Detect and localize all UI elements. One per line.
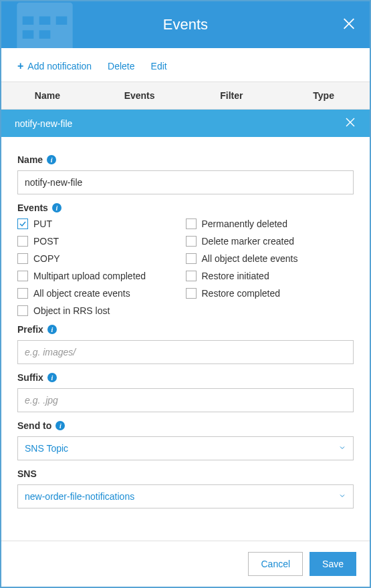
checkbox-label: Restore completed xyxy=(202,288,281,299)
checkbox-label: Object in RRS lost xyxy=(33,305,110,316)
save-button[interactable]: Save xyxy=(310,552,356,576)
checkbox-label: COPY xyxy=(33,253,60,264)
checkbox-item[interactable]: Multipart upload completed xyxy=(17,271,186,281)
sns-label: SNS xyxy=(17,468,354,479)
cancel-button[interactable]: Cancel xyxy=(248,552,303,576)
th-type: Type xyxy=(277,82,370,109)
sns-select[interactable]: new-order-file-notifications xyxy=(17,484,354,508)
checkbox-item[interactable]: COPY xyxy=(17,253,186,264)
add-notification-button[interactable]: + Add notification xyxy=(17,60,92,72)
chevron-down-icon xyxy=(338,443,346,454)
checkbox-item[interactable]: Restore completed xyxy=(186,288,354,299)
calendar-bg-icon xyxy=(1,1,95,48)
svg-rect-5 xyxy=(39,30,51,39)
send-to-value: SNS Topic xyxy=(25,443,68,454)
suffix-input[interactable] xyxy=(17,388,354,412)
checkbox-label: All object create events xyxy=(33,288,130,299)
checkbox[interactable] xyxy=(17,288,28,299)
prefix-label: Prefix i xyxy=(17,324,354,335)
svg-rect-2 xyxy=(39,17,51,25)
checkbox-label: Permanently deleted xyxy=(202,218,287,229)
svg-rect-4 xyxy=(23,30,34,39)
checkbox-label: PUT xyxy=(33,218,52,229)
svg-rect-3 xyxy=(56,17,68,25)
table-header: Name Events Filter Type xyxy=(1,82,370,110)
modal-footer: Cancel Save xyxy=(1,541,370,587)
delete-label: Delete xyxy=(108,61,134,71)
checkbox-label: Multipart upload completed xyxy=(33,271,146,281)
checkbox-item[interactable]: All object delete events xyxy=(186,253,354,264)
sns-value: new-order-file-notifications xyxy=(25,491,134,502)
events-col-left: PUTPOSTCOPYMultipart upload completedAll… xyxy=(17,218,186,316)
row-close-icon[interactable] xyxy=(344,116,356,130)
send-to-select[interactable]: SNS Topic xyxy=(17,436,354,460)
checkbox[interactable] xyxy=(186,236,197,247)
modal-title: Events xyxy=(163,16,208,33)
close-icon[interactable] xyxy=(342,17,356,33)
checkbox[interactable] xyxy=(17,236,28,247)
th-events: Events xyxy=(94,82,186,109)
checkbox[interactable] xyxy=(17,271,28,281)
selected-row[interactable]: notify-new-file xyxy=(1,110,370,137)
info-icon[interactable]: i xyxy=(47,373,57,382)
send-to-label: Send to i xyxy=(17,420,354,431)
suffix-label: Suffix i xyxy=(17,372,354,383)
checkbox-label: Restore initiated xyxy=(202,271,269,281)
checkbox-item[interactable]: Permanently deleted xyxy=(186,218,354,229)
checkbox-label: POST xyxy=(33,236,59,247)
name-input[interactable] xyxy=(17,170,354,194)
info-icon[interactable]: i xyxy=(52,203,61,212)
modal-header: Events xyxy=(1,1,370,48)
th-name: Name xyxy=(1,82,94,109)
info-icon[interactable]: i xyxy=(55,421,65,430)
form: Name i Events i PUTPOSTCOPYMultipart upl… xyxy=(1,137,370,508)
checkbox[interactable] xyxy=(17,218,28,229)
selected-row-title: notify-new-file xyxy=(15,118,72,129)
add-notification-label: Add notification xyxy=(27,61,92,71)
checkbox[interactable] xyxy=(17,253,28,264)
checkbox[interactable] xyxy=(186,218,197,229)
checkbox[interactable] xyxy=(186,253,197,264)
chevron-down-icon xyxy=(338,491,346,502)
checkbox[interactable] xyxy=(186,271,197,281)
edit-label: Edit xyxy=(151,61,167,71)
info-icon[interactable]: i xyxy=(47,155,56,164)
plus-icon: + xyxy=(17,60,23,72)
edit-button[interactable]: Edit xyxy=(151,60,167,72)
checkbox-label: Delete marker created xyxy=(202,236,295,247)
checkbox-item[interactable]: Restore initiated xyxy=(186,271,354,281)
checkbox-label: All object delete events xyxy=(202,253,298,264)
checkbox-item[interactable]: POST xyxy=(17,236,186,247)
checkbox-item[interactable]: PUT xyxy=(17,218,186,229)
checkbox-item[interactable]: All object create events xyxy=(17,288,186,299)
name-label: Name i xyxy=(17,154,354,165)
events-col-right: Permanently deletedDelete marker created… xyxy=(186,218,354,316)
svg-rect-0 xyxy=(17,3,72,48)
events-modal: Events + Add notification Delete Edit Na… xyxy=(0,0,371,588)
prefix-input[interactable] xyxy=(17,340,354,364)
toolbar: + Add notification Delete Edit xyxy=(1,48,370,82)
info-icon[interactable]: i xyxy=(47,325,57,334)
th-filter: Filter xyxy=(186,82,278,109)
events-label: Events i xyxy=(17,202,354,213)
checkbox-item[interactable]: Object in RRS lost xyxy=(17,305,186,316)
events-checkbox-grid: PUTPOSTCOPYMultipart upload completedAll… xyxy=(17,218,354,316)
delete-button[interactable]: Delete xyxy=(108,60,134,72)
checkbox[interactable] xyxy=(17,305,28,316)
svg-rect-1 xyxy=(23,17,34,25)
checkbox[interactable] xyxy=(186,288,197,299)
checkbox-item[interactable]: Delete marker created xyxy=(186,236,354,247)
